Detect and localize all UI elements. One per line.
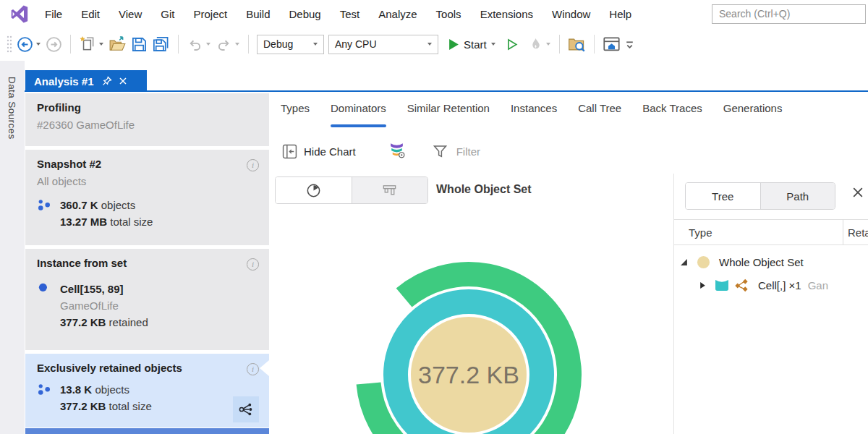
solution-configuration-combo[interactable]: Debug <box>257 35 324 54</box>
dominators-sunburst-chart: 377.2 KB <box>347 260 593 434</box>
menu-file[interactable]: File <box>45 8 62 20</box>
open-folder-icon[interactable] <box>106 33 129 55</box>
tab-similar-retention[interactable]: Similar Retention <box>407 102 490 116</box>
menu-build[interactable]: Build <box>246 8 270 20</box>
menu-tools[interactable]: Tools <box>436 8 461 20</box>
hot-reload-icon[interactable] <box>526 33 545 55</box>
start-without-debugging-icon[interactable] <box>505 33 520 55</box>
column-header-retained[interactable]: Reta <box>848 226 868 239</box>
card-instance-from-set[interactable]: Instance from set i Cell[155, 89] GameOf… <box>25 249 269 350</box>
toolbar-separator <box>559 35 560 54</box>
tree-row-cell-array[interactable]: Cell[,] ×1 Gan <box>674 273 843 297</box>
menu-view[interactable]: View <box>119 8 142 20</box>
menu-debug[interactable]: Debug <box>289 8 321 20</box>
pin-icon[interactable] <box>102 76 112 86</box>
card-exclusively-retained-objects[interactable]: Exclusively retained objects i 13.8 K ob… <box>25 354 269 427</box>
toolbar-drag-grip[interactable] <box>4 33 14 55</box>
panel-divider[interactable] <box>673 174 674 434</box>
tree-path-toggle: Tree Path <box>685 182 835 210</box>
hot-reload-dropdown[interactable] <box>546 43 550 46</box>
objects-label: objects <box>95 383 129 396</box>
class-diamonds-icon <box>734 278 749 292</box>
menu-window[interactable]: Window <box>552 8 590 20</box>
total-size-label: total size <box>110 216 153 228</box>
grid-header-border <box>674 244 868 245</box>
card-title: Profiling <box>37 101 258 114</box>
object-set-circle-icon <box>697 255 710 269</box>
solution-platform-combo[interactable]: Any CPU <box>328 35 438 54</box>
search-input[interactable] <box>712 4 866 24</box>
menu-edit[interactable]: Edit <box>81 8 100 20</box>
menu-bar: File Edit View Git Project Build Debug T… <box>0 0 868 27</box>
tree-view-button[interactable]: Tree <box>686 183 760 209</box>
expander-collapsed-icon[interactable] <box>699 281 707 289</box>
analysis-view-tabs: Types Dominators Similar Retention Insta… <box>281 102 803 116</box>
toolbar-overflow-icon[interactable] <box>623 33 637 55</box>
objects-dots-icon <box>37 197 53 230</box>
navigate-back-dropdown[interactable] <box>36 43 41 46</box>
undo-dropdown[interactable] <box>206 43 210 46</box>
card-snapshot-2[interactable]: Snapshot #2 i All objects 360.7 K object… <box>25 150 269 245</box>
tab-generations[interactable]: Generations <box>723 102 783 116</box>
close-panel-icon[interactable] <box>851 186 864 199</box>
menu-git[interactable]: Git <box>161 8 174 20</box>
tab-types[interactable]: Types <box>281 102 310 116</box>
expander-expanded-icon[interactable] <box>680 258 688 266</box>
close-icon[interactable] <box>119 77 127 85</box>
tab-back-traces[interactable]: Back Traces <box>642 102 702 116</box>
info-icon[interactable]: i <box>247 363 259 375</box>
data-sources-label: Data Sources <box>7 77 17 140</box>
start-debug-button[interactable]: Start <box>446 33 501 55</box>
card-title: Exclusively retained objects <box>37 362 258 374</box>
column-header-type[interactable]: Type <box>689 226 712 239</box>
info-icon[interactable]: i <box>247 258 259 271</box>
column-divider[interactable] <box>843 219 843 245</box>
standard-toolbar: Debug Any CPU Start <box>0 27 868 61</box>
icicle-view-button[interactable] <box>352 177 428 203</box>
toolbar-separator <box>248 35 249 54</box>
hide-chart-button[interactable]: Hide Chart <box>282 144 356 159</box>
document-tab-title: Analysis #1 <box>34 75 94 88</box>
undo-icon[interactable] <box>184 33 205 55</box>
tree-row-label: Whole Object Set <box>719 256 804 268</box>
new-project-icon[interactable] <box>77 33 98 55</box>
tab-dominators[interactable]: Dominators <box>331 102 386 116</box>
data-sources-tool-tab[interactable]: Data Sources <box>0 61 25 434</box>
save-icon[interactable] <box>129 33 150 55</box>
analysis-subject-panel: Profiling #26360 GameOfLife Snapshot #2 … <box>25 93 269 427</box>
card-profiling[interactable]: Profiling #26360 GameOfLife <box>25 93 269 146</box>
menu-project[interactable]: Project <box>193 8 227 20</box>
navigate-forward-icon[interactable] <box>43 33 64 55</box>
visual-studio-window: File Edit View Git Project Build Debug T… <box>0 0 868 434</box>
sunburst-view-button[interactable] <box>276 177 352 203</box>
dominators-stack-icon[interactable] <box>388 141 406 161</box>
retained-graph-button[interactable] <box>233 396 259 422</box>
path-view-button[interactable]: Path <box>760 183 835 209</box>
new-project-dropdown[interactable] <box>99 43 103 46</box>
folder-search-icon[interactable] <box>566 33 588 55</box>
menu-help[interactable]: Help <box>609 8 631 20</box>
chart-type-toggle <box>275 176 428 204</box>
redo-icon[interactable] <box>213 33 234 55</box>
tab-call-tree[interactable]: Call Tree <box>578 102 621 116</box>
menu-extensions[interactable]: Extensions <box>480 8 533 20</box>
filter-funnel-icon[interactable] <box>433 145 447 158</box>
filter-label[interactable]: Filter <box>456 145 480 158</box>
home-window-icon[interactable] <box>600 33 623 55</box>
retained-size: 377.2 KB <box>60 316 106 328</box>
tab-analysis-1[interactable]: Analysis #1 <box>25 70 147 92</box>
menu-test[interactable]: Test <box>340 8 360 20</box>
workspace: Data Sources Analysis #1 Profiling #2636… <box>0 61 868 434</box>
tree-row-whole-object-set[interactable]: Whole Object Set <box>674 250 843 273</box>
redo-dropdown[interactable] <box>235 43 239 46</box>
info-icon[interactable]: i <box>247 159 259 171</box>
total-size-label: total size <box>109 400 152 412</box>
tab-instances[interactable]: Instances <box>511 102 557 116</box>
menu-analyze[interactable]: Analyze <box>378 8 417 20</box>
navigate-back-icon[interactable] <box>14 33 35 55</box>
card-subtitle: #26360 GameOfLife <box>37 119 258 131</box>
tree-row-namespace: Gan <box>808 279 828 292</box>
save-all-icon[interactable] <box>150 33 172 55</box>
objects-label: objects <box>101 199 136 211</box>
instance-dot-icon <box>37 281 53 331</box>
